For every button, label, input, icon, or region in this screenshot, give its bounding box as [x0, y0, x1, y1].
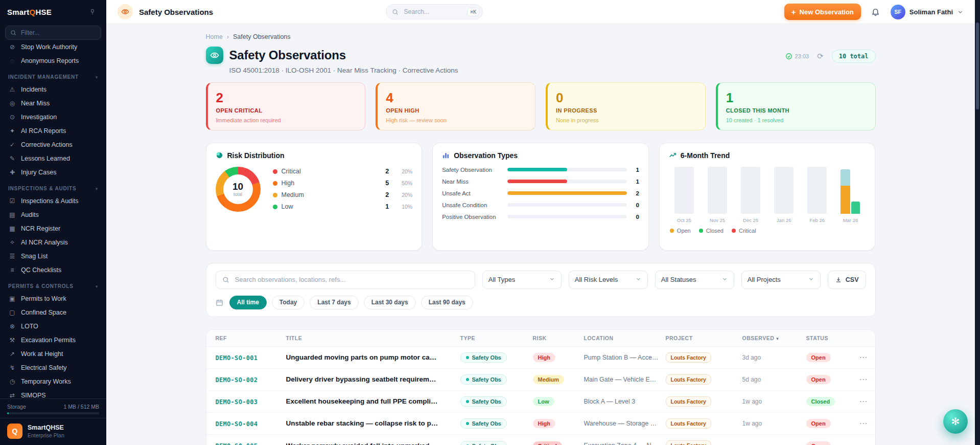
- trend-bar-closed: [851, 202, 860, 214]
- sidebar-pin-icon[interactable]: [86, 8, 99, 16]
- status-badge: Open: [806, 375, 831, 384]
- sidebar-item-permits-to-work[interactable]: ▣Permits to Work: [4, 292, 102, 305]
- sidebar-item-lessons-learned[interactable]: ✎Lessons Learned: [4, 151, 102, 165]
- table-row[interactable]: DEMO-SO-002Delivery driver bypassing sea…: [206, 369, 875, 391]
- ref-link[interactable]: DEMO-SO-004: [216, 420, 258, 428]
- stat-card-closed-this-month[interactable]: 1CLOSED THIS MONTH10 created · 1 resolve…: [716, 82, 876, 130]
- date-chip-today[interactable]: Today: [272, 296, 305, 309]
- observation-search[interactable]: [216, 271, 475, 289]
- user-menu[interactable]: SF Soliman Fathi: [891, 5, 964, 19]
- filter-select-all-projects[interactable]: All Projects: [741, 271, 821, 289]
- global-search[interactable]: ⌘K: [386, 4, 483, 19]
- page-scrollbar[interactable]: [975, 0, 980, 445]
- date-chip-all-time[interactable]: All time: [229, 296, 267, 309]
- storage-bar: [7, 412, 99, 414]
- scrollbar-thumb[interactable]: [976, 23, 979, 109]
- risk-badge: High: [533, 353, 555, 362]
- sidebar-item-audits[interactable]: ▤Audits: [4, 208, 102, 221]
- date-chip-last-7-days[interactable]: Last 7 days: [310, 296, 358, 309]
- sidebar-section-inspections-audits[interactable]: INSPECTIONS & AUDITS▾: [4, 179, 102, 194]
- sidebar-item-excavation-permits[interactable]: ⚒Excavation Permits: [4, 333, 102, 347]
- risk-distribution-panel: Risk Distribution 10 total Critical220%H…: [206, 143, 423, 251]
- sidebar-item-loto[interactable]: ⊗LOTO: [4, 319, 102, 333]
- sidebar-item-electrical-safety[interactable]: ↯Electrical Safety: [4, 361, 102, 374]
- sidebar-item-inspections-audits[interactable]: ☑Inspections & Audits: [4, 194, 102, 208]
- sidebar-item-confined-space[interactable]: ▢Confined Space: [4, 305, 102, 319]
- filter-select-all-risk-levels[interactable]: All Risk Levels: [569, 271, 648, 289]
- sidebar-item-temporary-works[interactable]: ◷Temporary Works: [4, 374, 102, 388]
- filter-select-all-types[interactable]: All Types: [482, 271, 562, 289]
- project-chip[interactable]: Louts Factory: [666, 374, 711, 385]
- sidebar-item-investigation[interactable]: ⊙Investigation: [4, 110, 102, 124]
- row-actions-icon[interactable]: ⋯: [852, 396, 875, 406]
- sidebar-item-qc-checklists[interactable]: ≡QC Checklists: [4, 263, 102, 277]
- project-chip[interactable]: Louts Factory: [666, 440, 711, 445]
- breadcrumb-home[interactable]: Home: [206, 33, 223, 40]
- legend-value: 2: [385, 191, 389, 198]
- csv-label: CSV: [846, 276, 859, 283]
- table-row[interactable]: DEMO-SO-001Unguarded moving parts on pum…: [206, 347, 875, 369]
- column-header-ref[interactable]: REF: [206, 335, 283, 341]
- sidebar-item-injury-cases[interactable]: ✚Injury Cases: [4, 165, 102, 179]
- cell-status: Open: [803, 374, 852, 384]
- table-row[interactable]: DEMO-SO-003Excellent housekeeping and fu…: [206, 391, 875, 413]
- stat-subtext: 10 created · 1 resolved: [726, 117, 867, 123]
- type-bar-safety-observation: Safety Observation1: [442, 167, 639, 173]
- legend-dot: [273, 169, 277, 174]
- sidebar-filter[interactable]: [5, 26, 101, 40]
- date-chip-last-30-days[interactable]: Last 30 days: [364, 296, 416, 309]
- sidebar-item-stop-work-authority[interactable]: ⊘Stop Work Authority: [4, 44, 102, 54]
- sidebar-section-permits-controls[interactable]: PERMITS & CONTROLS▾: [4, 277, 102, 292]
- ref-link[interactable]: DEMO-SO-005: [216, 442, 258, 445]
- project-chip[interactable]: Louts Factory: [666, 396, 711, 407]
- project-chip[interactable]: Louts Factory: [666, 418, 711, 429]
- notifications-bell-icon[interactable]: [867, 3, 884, 20]
- project-chip[interactable]: Louts Factory: [666, 352, 711, 363]
- refresh-icon[interactable]: ⟳: [814, 51, 827, 61]
- sidebar-item-ncr-register[interactable]: ▦NCR Register: [4, 221, 102, 235]
- sidebar-item-near-miss[interactable]: ◎Near Miss: [4, 96, 102, 110]
- column-header-location[interactable]: LOCATION: [581, 335, 663, 341]
- column-header-project[interactable]: PROJECT: [663, 335, 739, 341]
- type-badge: Safety Obs: [460, 352, 507, 363]
- cell-risk: Medium: [530, 374, 581, 384]
- row-actions-icon[interactable]: ⋯: [852, 352, 875, 362]
- column-header-status[interactable]: STATUS: [803, 335, 852, 341]
- sidebar-item-corrective-actions[interactable]: ✓Corrective Actions: [4, 138, 102, 151]
- column-header-observed[interactable]: OBSERVED▾: [739, 335, 803, 341]
- row-actions-icon[interactable]: ⋯: [852, 418, 875, 428]
- table-row[interactable]: DEMO-SO-004Unstable rebar stacking — col…: [206, 413, 875, 435]
- table-row[interactable]: DEMO-SO-005Worker narrowly avoided fall …: [206, 435, 875, 445]
- sidebar-item-incidents[interactable]: ⚠Incidents: [4, 82, 102, 96]
- column-header-type[interactable]: TYPE: [457, 335, 530, 341]
- filter-select-all-statuses[interactable]: All Statuses: [655, 271, 734, 289]
- sidebar-item-work-at-height[interactable]: ↗Work at Height: [4, 347, 102, 361]
- stat-card-in-progress[interactable]: 0IN PROGRESSNone in progress: [546, 82, 706, 130]
- export-csv-button[interactable]: CSV: [828, 271, 866, 289]
- column-header-title[interactable]: TITLE: [283, 335, 457, 341]
- ref-link[interactable]: DEMO-SO-001: [216, 354, 258, 362]
- row-actions-icon[interactable]: ⋯: [852, 374, 875, 384]
- date-chip-last-90-days[interactable]: Last 90 days: [421, 296, 473, 309]
- sidebar-item-ai-rca-reports[interactable]: ✦AI RCA Reports: [4, 124, 102, 138]
- sidebar-logo-row: SmartQHSE: [0, 0, 106, 24]
- stat-card-open-high[interactable]: 4OPEN HIGHHigh risk — review soon: [376, 82, 535, 130]
- sidebar-item-snag-list[interactable]: ☰Snag List: [4, 249, 102, 263]
- sidebar-item-simops[interactable]: ⇄SIMOPS: [4, 388, 102, 398]
- global-search-input[interactable]: [403, 8, 463, 16]
- assistant-floating-button[interactable]: ✻: [943, 409, 968, 434]
- sidebar-filter-input[interactable]: [20, 29, 96, 37]
- row-actions-icon[interactable]: ⋯: [852, 441, 875, 445]
- column-header-risk[interactable]: RISK: [530, 335, 581, 341]
- topbar-title: Safety Observations: [139, 8, 213, 16]
- sidebar-item-ai-ncr-analysis[interactable]: ✧AI NCR Analysis: [4, 235, 102, 249]
- sidebar-section-incident-management[interactable]: INCIDENT MANAGEMENT▾: [4, 68, 102, 82]
- pie-chart-icon: [216, 151, 223, 159]
- ref-link[interactable]: DEMO-SO-002: [216, 376, 258, 384]
- sidebar-item-anonymous-reports[interactable]: ◌Anonymous Reports: [4, 54, 102, 68]
- observation-search-input[interactable]: [234, 275, 469, 284]
- cell-status: Open: [803, 441, 852, 445]
- stat-card-open-critical[interactable]: 2OPEN CRITICALImmediate action required: [206, 82, 366, 130]
- ref-link[interactable]: DEMO-SO-003: [216, 398, 258, 406]
- new-observation-button[interactable]: + New Observation: [784, 4, 861, 20]
